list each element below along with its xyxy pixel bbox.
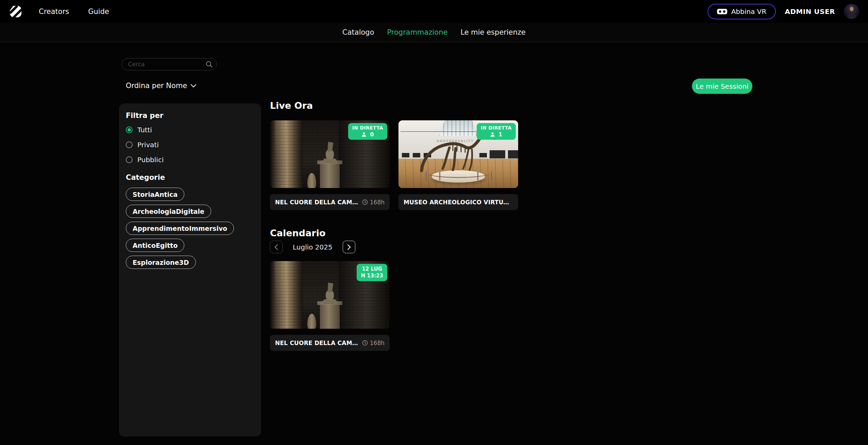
- vr-goggles-icon: [717, 8, 727, 15]
- card-title-bar: MUSEO ARCHEOLOGICO VIRTUALE – TRA...: [398, 194, 518, 210]
- live-card-egypt[interactable]: IN DIRETTA 0 NEL CUORE DELLA CAMERA DE: [270, 120, 390, 210]
- badge-time: H 13:23: [361, 273, 383, 279]
- tab-le-mie-esperienze[interactable]: Le mie esperienze: [460, 28, 526, 36]
- tab-catalogo[interactable]: Catalogo: [342, 28, 374, 36]
- radio-icon: [126, 141, 133, 148]
- app-root: Creators Guide Abbina VR ADMIN USER: [0, 0, 868, 445]
- badge-date: 12 LUG: [361, 266, 383, 273]
- filter-option-tutti[interactable]: Tutti: [126, 126, 254, 134]
- user-avatar[interactable]: [844, 4, 859, 19]
- card-thumbnail-egyptian-chamber: 12 LUG H 13:23: [270, 261, 390, 329]
- filter-option-pubblici[interactable]: Pubblici: [126, 156, 254, 164]
- tab-programmazione[interactable]: Programmazione: [387, 28, 448, 36]
- month-label: Luglio 2025: [293, 243, 333, 251]
- search-input[interactable]: [122, 58, 217, 70]
- card-title-bar: NEL CUORE DELLA CAMERA DEL FA... 168h: [270, 335, 390, 351]
- radio-label: Privati: [137, 141, 159, 149]
- search-icon[interactable]: [205, 61, 213, 68]
- clock-icon: [362, 340, 368, 346]
- chip-esplorazione3d[interactable]: Esplorazione3D: [126, 256, 196, 269]
- card-title: MUSEO ARCHEOLOGICO VIRTUALE – TRA...: [404, 199, 513, 206]
- live-card-museum[interactable]: ANOTHEREALITY: [398, 120, 518, 210]
- chip-anticoegitto[interactable]: AnticoEgitto: [126, 239, 184, 252]
- card-title: NEL CUORE DELLA CAMERA DEL FA...: [275, 199, 359, 206]
- card-title-bar: NEL CUORE DELLA CAMERA DEL FA... 168h: [270, 194, 390, 210]
- viewer-count: 0: [370, 131, 374, 138]
- filter-option-privati[interactable]: Privati: [126, 141, 254, 149]
- previous-month-button[interactable]: [270, 241, 283, 253]
- nav-link-creators[interactable]: Creators: [39, 7, 69, 16]
- chip-archeologiadigitale[interactable]: ArcheologiaDigitale: [126, 205, 211, 218]
- search-container: [122, 58, 217, 70]
- radio-label: Pubblici: [137, 156, 164, 164]
- calendar-card-egypt[interactable]: 12 LUG H 13:23 NEL CUORE DELLA CAMERA DE…: [270, 261, 390, 351]
- viewer-count: 1: [498, 131, 502, 138]
- nav-link-guide[interactable]: Guide: [88, 7, 109, 16]
- clock-icon: [362, 199, 368, 205]
- user-name: ADMIN USER: [785, 7, 835, 16]
- filter-title: Filtra per: [126, 112, 254, 120]
- card-thumbnail-egyptian-chamber: IN DIRETTA 0: [270, 120, 390, 188]
- viewers-icon: [361, 132, 367, 137]
- pair-vr-label: Abbina VR: [731, 7, 767, 16]
- category-chips: StoriaAntica ArcheologiaDigitale Apprend…: [126, 188, 254, 269]
- main-nav: Creators Guide: [39, 7, 109, 16]
- live-badge: IN DIRETTA 0: [348, 123, 387, 140]
- topbar-right: Abbina VR ADMIN USER: [708, 4, 859, 19]
- top-navbar: Creators Guide Abbina VR ADMIN USER: [0, 0, 868, 23]
- chip-storiaantica[interactable]: StoriaAntica: [126, 188, 184, 201]
- radio-icon: [126, 156, 133, 163]
- my-sessions-button[interactable]: Le mie Sessioni: [692, 79, 752, 94]
- section-tabs: Catalogo Programmazione Le mie esperienz…: [0, 23, 868, 42]
- card-duration: 168h: [362, 199, 385, 206]
- live-cards-row: IN DIRETTA 0 NEL CUORE DELLA CAMERA DE: [270, 120, 746, 210]
- filter-sidebar: Filtra per Tutti Privati Pubblici Catego…: [119, 103, 261, 437]
- live-section-title: Live Ora: [270, 100, 746, 111]
- card-thumbnail-museum-hall: ANOTHEREALITY: [398, 120, 518, 188]
- radio-selected-icon: [126, 126, 133, 133]
- calendar-section-title: Calendario: [270, 228, 746, 238]
- pair-vr-button[interactable]: Abbina VR: [708, 4, 776, 19]
- chip-apprendimentoimmersivo[interactable]: ApprendimentoImmersivo: [126, 222, 234, 235]
- main-content: Live Ora IN DIRETTA: [270, 100, 746, 351]
- viewers-icon: [490, 132, 495, 137]
- live-badge: IN DIRETTA 1: [477, 123, 516, 140]
- chevron-down-icon: [190, 84, 197, 88]
- next-month-button[interactable]: [343, 241, 355, 253]
- sort-label: Ordina per Nome: [126, 82, 187, 90]
- brand-logo-icon[interactable]: [9, 5, 22, 18]
- categories-title: Categorie: [126, 173, 254, 182]
- month-navigation: Luglio 2025: [270, 241, 746, 253]
- sort-dropdown[interactable]: Ordina per Nome: [126, 82, 197, 90]
- card-duration: 168h: [362, 340, 385, 346]
- card-title: NEL CUORE DELLA CAMERA DEL FA...: [275, 340, 359, 346]
- schedule-badge: 12 LUG H 13:23: [357, 264, 387, 281]
- radio-label: Tutti: [137, 126, 152, 134]
